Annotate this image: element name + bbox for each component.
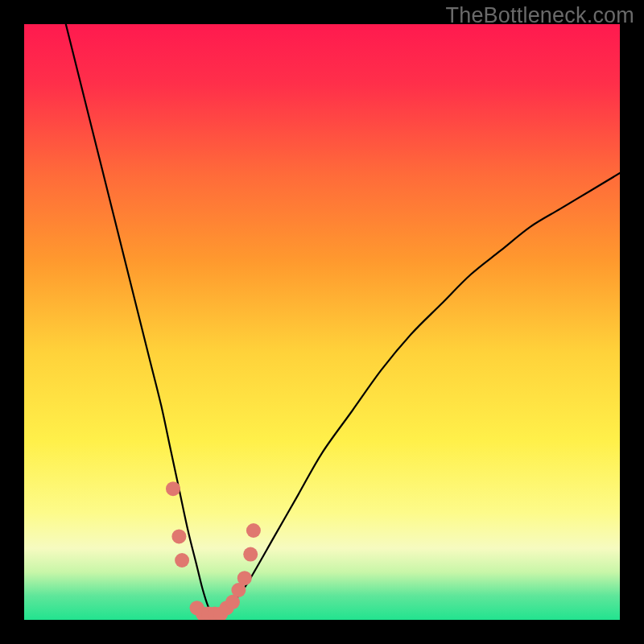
data-marker	[171, 529, 186, 543]
bottleneck-curve	[66, 24, 620, 615]
data-markers	[166, 481, 261, 620]
chart-svg	[24, 24, 620, 620]
data-marker	[243, 547, 258, 562]
data-marker	[246, 523, 261, 538]
data-marker	[237, 571, 252, 585]
data-marker	[166, 481, 180, 496]
chart-frame: TheBottleneck.com	[0, 0, 644, 644]
watermark-text: TheBottleneck.com	[445, 3, 634, 28]
data-marker	[175, 553, 189, 568]
plot-area	[24, 24, 620, 620]
